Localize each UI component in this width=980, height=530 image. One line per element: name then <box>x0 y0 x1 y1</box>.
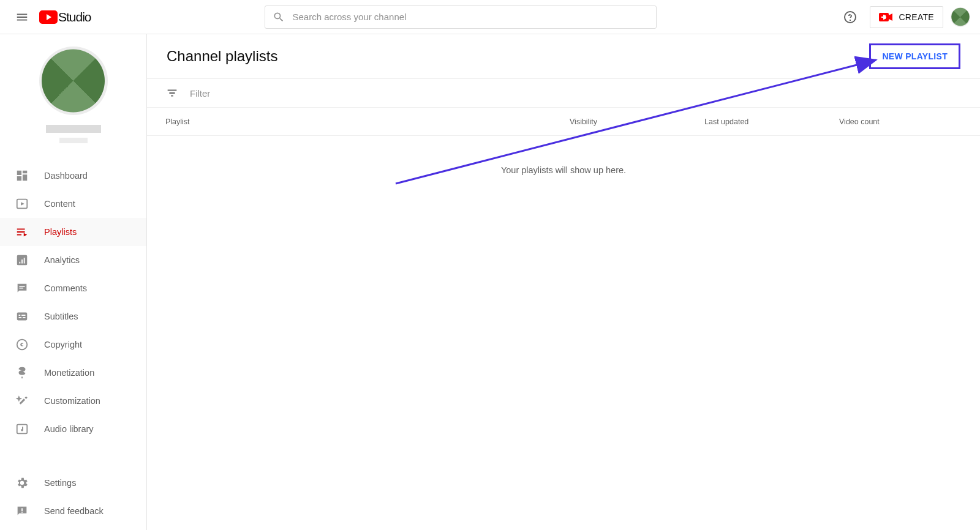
create-label: CREATE <box>899 12 934 22</box>
analytics-icon <box>15 253 29 267</box>
body: Dashboard Content Playlists Analytics Co… <box>0 34 980 530</box>
copyright-icon <box>15 337 29 352</box>
help-icon <box>843 10 858 24</box>
youtube-play-icon <box>39 10 58 24</box>
sidebar-item-settings[interactable]: Settings <box>0 469 146 497</box>
monetization-icon <box>15 365 29 380</box>
sidebar-item-label: Audio library <box>44 424 94 434</box>
customization-icon <box>15 394 29 408</box>
gear-icon <box>15 476 29 490</box>
empty-state-message: Your playlists will show up here. <box>147 136 980 175</box>
sidebar-item-audio-library[interactable]: Audio library <box>0 415 146 443</box>
youtube-studio-logo[interactable]: Studio <box>39 10 91 24</box>
sidebar-item-subtitles[interactable]: Subtitles <box>0 302 146 330</box>
sidebar-item-feedback[interactable]: Send feedback <box>0 497 146 525</box>
feedback-icon <box>15 504 29 518</box>
sidebar-item-copyright[interactable]: Copyright <box>0 330 146 359</box>
filter-input[interactable] <box>190 88 306 99</box>
comments-icon <box>15 281 29 296</box>
filter-bar <box>147 78 980 108</box>
new-playlist-label: NEW PLAYLIST <box>882 51 948 61</box>
sidebar-item-analytics[interactable]: Analytics <box>0 246 146 274</box>
hamburger-icon <box>15 10 29 24</box>
channel-avatar-section <box>0 34 146 149</box>
sidebar-item-playlists[interactable]: Playlists <box>0 218 146 246</box>
svg-rect-7 <box>21 508 23 511</box>
column-playlist[interactable]: Playlist <box>165 118 570 126</box>
sidebar-item-comments[interactable]: Comments <box>0 274 146 302</box>
sidebar-item-customization[interactable]: Customization <box>0 387 146 415</box>
content-icon <box>15 196 29 211</box>
sidebar-bottom: Settings Send feedback <box>0 468 146 530</box>
new-playlist-button[interactable]: NEW PLAYLIST <box>869 43 960 69</box>
channel-avatar[interactable] <box>39 47 108 115</box>
main-content: Channel playlists NEW PLAYLIST Playlist … <box>147 34 980 530</box>
audio-library-icon <box>15 422 29 436</box>
filter-icon[interactable] <box>165 86 179 100</box>
channel-name-placeholder <box>46 125 101 133</box>
svg-rect-4 <box>17 313 28 321</box>
sidebar-item-label: Send feedback <box>44 506 104 516</box>
sidebar-item-label: Customization <box>44 396 100 406</box>
sidebar: Dashboard Content Playlists Analytics Co… <box>0 34 147 530</box>
playlists-icon <box>15 225 29 239</box>
channel-sub-placeholder <box>59 138 88 143</box>
sidebar-item-dashboard[interactable]: Dashboard <box>0 162 146 190</box>
sidebar-item-label: Monetization <box>44 368 94 378</box>
sidebar-item-monetization[interactable]: Monetization <box>0 359 146 387</box>
table-header: Playlist Visibility Last updated Video c… <box>147 108 980 136</box>
create-button[interactable]: CREATE <box>870 6 943 28</box>
header-center <box>91 6 831 29</box>
column-visibility[interactable]: Visibility <box>570 118 704 126</box>
sidebar-item-content[interactable]: Content <box>0 190 146 218</box>
logo-text: Studio <box>58 10 91 24</box>
app-header: Studio CREATE <box>0 0 980 34</box>
sidebar-item-label: Dashboard <box>44 171 88 181</box>
subtitles-icon <box>15 309 29 324</box>
sidebar-item-label: Playlists <box>44 227 77 237</box>
page-title: Channel playlists <box>167 48 277 65</box>
search-box[interactable] <box>265 6 657 29</box>
menu-button[interactable] <box>10 5 34 29</box>
search-icon <box>273 11 285 23</box>
svg-point-5 <box>17 340 28 350</box>
sidebar-item-label: Copyright <box>44 340 82 349</box>
page-header: Channel playlists NEW PLAYLIST <box>147 34 980 78</box>
help-button[interactable] <box>838 5 862 29</box>
header-right: CREATE <box>838 5 970 29</box>
column-last-updated[interactable]: Last updated <box>704 118 839 126</box>
sidebar-item-label: Content <box>44 199 75 209</box>
dashboard-icon <box>15 168 29 183</box>
account-avatar[interactable] <box>951 7 970 27</box>
svg-rect-8 <box>21 512 23 513</box>
search-input[interactable] <box>292 12 649 22</box>
create-camera-icon <box>879 12 894 23</box>
sidebar-item-label: Settings <box>44 478 76 488</box>
column-video-count[interactable]: Video count <box>839 118 962 126</box>
sidebar-nav: Dashboard Content Playlists Analytics Co… <box>0 162 146 468</box>
sidebar-item-label: Comments <box>44 283 87 293</box>
sidebar-item-label: Subtitles <box>44 312 78 321</box>
sidebar-item-label: Analytics <box>44 255 80 265</box>
